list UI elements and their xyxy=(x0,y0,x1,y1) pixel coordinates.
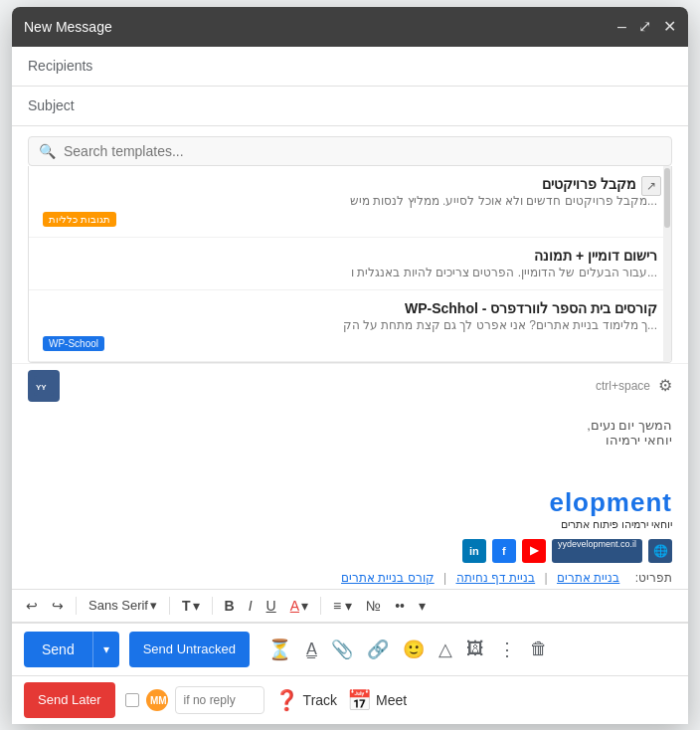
template-dropdown: לא מקבל פרויקטים ...מקבל פרויקטים חדשים … xyxy=(28,166,672,363)
track-button[interactable]: ❓ Track xyxy=(274,688,337,712)
toolbar-sep-1 xyxy=(76,597,77,615)
redo-button[interactable]: ↪ xyxy=(48,596,68,616)
greeting-text: המשך יום נעים, xyxy=(28,418,672,433)
linkedin-icon[interactable]: in xyxy=(462,539,486,563)
align-button[interactable]: ≡ ▾ xyxy=(329,596,356,616)
email-content-area: המשך יום נעים, יוחאי ירמיהו xyxy=(12,408,688,487)
external-link-icon-1[interactable]: ↗ xyxy=(641,176,661,196)
font-color-button[interactable]: A ▾ xyxy=(286,596,312,616)
drive-icon[interactable]: △ xyxy=(438,639,452,660)
compose-title: New Message xyxy=(24,19,112,35)
send-later-button[interactable]: Send Later xyxy=(24,682,115,718)
send-dropdown-button[interactable]: ▾ xyxy=(92,632,119,667)
compose-window: New Message – ⤢ ✕ Recipients Subject 🔍 ל… xyxy=(12,7,688,724)
template-item-3[interactable]: קורסים בית הספר לוורדפרס - WP-Schhol ...… xyxy=(29,290,671,362)
header-icons: – ⤢ ✕ xyxy=(617,17,676,36)
social-bar: in f ▶ yydevelopment.co.il 🌐 xyxy=(12,535,688,567)
scrollbar-track[interactable] xyxy=(663,166,671,362)
subject-row[interactable]: Subject xyxy=(12,87,688,126)
facebook-icon[interactable]: f xyxy=(492,539,516,563)
expand-icon[interactable]: ⤢ xyxy=(638,17,651,36)
format-link-2[interactable]: בניית דף נחיתה xyxy=(456,571,536,585)
image-icon[interactable]: 🖼 xyxy=(466,639,484,659)
template-title-1: לא מקבל פרויקטים xyxy=(43,176,657,192)
track-label: Track xyxy=(303,692,337,708)
toolbar-sep-2 xyxy=(169,597,170,615)
subject-label: Subject xyxy=(28,97,97,113)
numbered-list-button[interactable]: № xyxy=(362,596,385,616)
bold-button[interactable]: B xyxy=(221,596,239,616)
recipients-label: Recipients xyxy=(28,58,97,74)
footer-bar: Send Later MM ❓ Track 📅 Meet xyxy=(12,675,688,724)
template-preview-3: ...ך מלימוד בניית אתרים? אני אפרט לך גם … xyxy=(43,318,657,332)
template-preview-1: ...מקבל פרויקטים חדשים ולא אוכל לסייע. מ… xyxy=(43,194,657,208)
no-reply-area: MM xyxy=(125,686,264,714)
svg-text:MM: MM xyxy=(150,695,167,706)
brand-logo-text: elopment xyxy=(549,487,672,518)
search-icon: 🔍 xyxy=(39,143,56,159)
template-search-container: 🔍 xyxy=(12,126,688,166)
template-item-1[interactable]: לא מקבל פרויקטים ...מקבל פרויקטים חדשים … xyxy=(29,166,671,238)
meet-label: Meet xyxy=(376,692,407,708)
template-preview-2: ...עבור הבעלים של הדומיין. הפרטים צריכים… xyxy=(43,266,657,279)
send-button[interactable]: Send xyxy=(24,632,92,667)
signature-text: יוחאי ירמיהו xyxy=(28,433,672,448)
delete-icon[interactable]: 🗑 xyxy=(530,639,548,659)
yy-logo: YY xyxy=(28,370,60,402)
hourglass-icon[interactable]: ⏳ xyxy=(267,638,292,661)
bottom-icon-bar: ⏳ A̲ 📎 🔗 🙂 △ 🖼 ⋮ 🗑 xyxy=(267,638,676,661)
bulleted-list-button[interactable]: •• xyxy=(391,596,409,616)
italic-button[interactable]: I xyxy=(245,596,257,616)
search-box: 🔍 xyxy=(28,136,672,166)
undo-button[interactable]: ↩ xyxy=(22,596,42,616)
meet-icon: 📅 xyxy=(347,688,372,712)
template-item-2[interactable]: רישום דומיין + תמונה ...עבור הבעלים של ה… xyxy=(29,238,671,290)
compose-header: New Message – ⤢ ✕ xyxy=(12,7,688,47)
font-family-select[interactable]: Sans Serif ▾ xyxy=(85,596,161,615)
scrollbar-thumb xyxy=(664,168,670,228)
format-links-prefix: תפריט: xyxy=(635,571,672,585)
no-reply-checkbox[interactable] xyxy=(125,693,139,707)
meet-button[interactable]: 📅 Meet xyxy=(347,688,407,712)
format-links-row: תפריט: בניית אתרים | בניית דף נחיתה | קו… xyxy=(12,567,688,589)
track-icon: ❓ xyxy=(274,688,299,712)
formatting-toolbar: ↩ ↪ Sans Serif ▾ T ▾ B I U A ▾ ≡ ▾ № •• … xyxy=(12,589,688,623)
send-button-group: Send ▾ xyxy=(24,632,119,667)
underline-button[interactable]: U xyxy=(262,596,280,616)
link-icon[interactable]: 🔗 xyxy=(367,639,389,660)
toolbar-sep-3 xyxy=(212,597,213,615)
search-input[interactable] xyxy=(64,143,661,159)
template-tag-1: תגובות כלליות xyxy=(43,212,116,227)
template-title-2: רישום דומיין + תמונה xyxy=(43,248,657,264)
recipients-row[interactable]: Recipients xyxy=(12,47,688,87)
svg-text:YY: YY xyxy=(36,383,47,392)
brand-full-name: יוחאי ירמיהו פיתוח אתרים xyxy=(549,518,672,531)
minimize-icon[interactable]: – xyxy=(617,18,626,36)
bottom-toolbar: Send ▾ Send Untracked ⏳ A̲ 📎 🔗 🙂 △ 🖼 ⋮ 🗑 xyxy=(12,623,688,675)
emoji-icon[interactable]: 🙂 xyxy=(403,639,425,660)
more-formats-button[interactable]: ▾ xyxy=(415,596,430,616)
font-size-button[interactable]: T ▾ xyxy=(178,596,204,616)
template-tag-3: WP-School xyxy=(43,336,104,351)
youtube-icon[interactable]: ▶ xyxy=(522,539,546,563)
brand-area: elopment יוחאי ירמיהו פיתוח אתרים xyxy=(12,487,688,535)
template-title-3: קורסים בית הספר לוורדפרס - WP-Schhol xyxy=(43,300,657,316)
more-options-icon[interactable]: ⋮ xyxy=(498,639,516,660)
settings-icon[interactable]: ⚙ xyxy=(658,376,672,395)
toolbar-sep-4 xyxy=(320,597,321,615)
mixmax-icon: MM xyxy=(145,688,169,712)
website-link[interactable]: yydevelopment.co.il xyxy=(552,539,642,563)
no-reply-input[interactable] xyxy=(175,686,264,714)
format-text-icon[interactable]: A̲ xyxy=(306,639,317,658)
format-link-1[interactable]: בניית אתרים xyxy=(557,571,619,585)
globe-icon[interactable]: 🌐 xyxy=(648,539,672,563)
attach-icon[interactable]: 📎 xyxy=(331,639,353,660)
ctrl-space-label: ctrl+space xyxy=(596,379,650,393)
close-icon[interactable]: ✕ xyxy=(663,17,676,36)
send-untracked-button[interactable]: Send Untracked xyxy=(129,632,250,667)
format-link-3[interactable]: קורס בניית אתרים xyxy=(341,571,435,585)
